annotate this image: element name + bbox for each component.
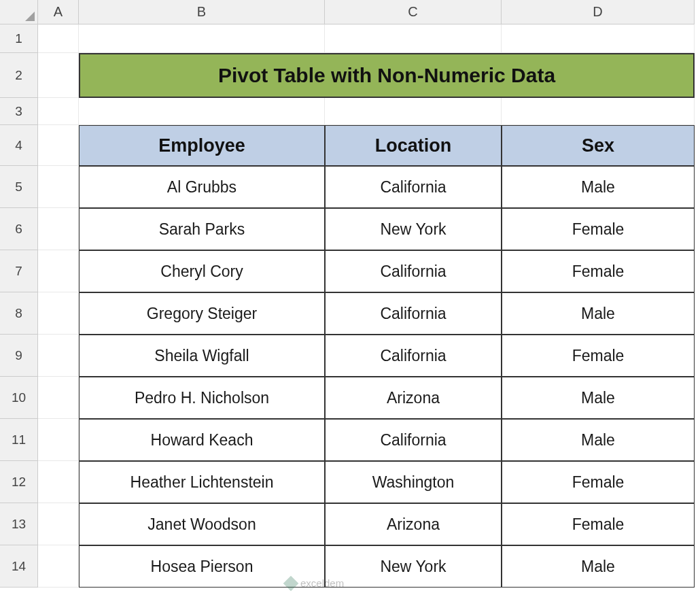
col-header-c[interactable]: C [325, 0, 502, 24]
data-cell-location[interactable]: California [325, 166, 502, 208]
row-header-6[interactable]: 6 [0, 208, 38, 250]
col-header-d[interactable]: D [502, 0, 695, 24]
row-header-2[interactable]: 2 [0, 53, 38, 98]
cell-blank[interactable] [38, 250, 79, 292]
data-cell-employee[interactable]: Sarah Parks [79, 208, 325, 250]
cell-blank[interactable] [79, 24, 325, 53]
data-cell-sex[interactable]: Female [502, 208, 695, 250]
cell-blank[interactable] [38, 419, 79, 461]
data-cell-employee[interactable]: Hosea Pierson [79, 545, 325, 588]
data-cell-location[interactable]: New York [325, 208, 502, 250]
row-header-10[interactable]: 10 [0, 377, 38, 419]
data-cell-location[interactable]: California [325, 250, 502, 292]
row-header-12[interactable]: 12 [0, 461, 38, 503]
data-cell-sex[interactable]: Female [502, 250, 695, 292]
data-cell-location[interactable]: California [325, 419, 502, 461]
cell-blank[interactable] [38, 377, 79, 419]
cell-blank[interactable] [38, 461, 79, 503]
data-cell-sex[interactable]: Female [502, 461, 695, 503]
data-cell-employee[interactable]: Howard Keach [79, 419, 325, 461]
cell-blank[interactable] [38, 335, 79, 377]
data-cell-sex[interactable]: Female [502, 335, 695, 377]
col-header-b[interactable]: B [79, 0, 325, 24]
data-cell-sex[interactable]: Male [502, 419, 695, 461]
data-cell-sex[interactable]: Male [502, 166, 695, 208]
row-header-3[interactable]: 3 [0, 98, 38, 125]
data-cell-location[interactable]: California [325, 292, 502, 335]
select-all-corner[interactable] [0, 0, 38, 24]
cell-blank[interactable] [38, 503, 79, 545]
cell-blank[interactable] [79, 98, 325, 125]
title-cell[interactable]: Pivot Table with Non-Numeric Data [79, 53, 695, 98]
row-header-14[interactable]: 14 [0, 545, 38, 588]
data-cell-sex[interactable]: Female [502, 503, 695, 545]
data-cell-sex[interactable]: Male [502, 545, 695, 588]
cell-blank[interactable] [502, 24, 695, 53]
data-cell-employee[interactable]: Pedro H. Nicholson [79, 377, 325, 419]
row-header-5[interactable]: 5 [0, 166, 38, 208]
data-cell-employee[interactable]: Sheila Wigfall [79, 335, 325, 377]
table-header-sex[interactable]: Sex [502, 125, 695, 166]
table-header-employee[interactable]: Employee [79, 125, 325, 166]
cell-blank[interactable] [502, 98, 695, 125]
row-header-9[interactable]: 9 [0, 335, 38, 377]
row-header-7[interactable]: 7 [0, 250, 38, 292]
cell-blank[interactable] [38, 208, 79, 250]
data-cell-employee[interactable]: Janet Woodson [79, 503, 325, 545]
row-header-1[interactable]: 1 [0, 24, 38, 53]
cell-blank[interactable] [38, 166, 79, 208]
data-cell-employee[interactable]: Gregory Steiger [79, 292, 325, 335]
data-cell-sex[interactable]: Male [502, 292, 695, 335]
cell-blank[interactable] [325, 98, 502, 125]
cell-blank[interactable] [38, 125, 79, 166]
data-cell-location[interactable]: New York [325, 545, 502, 588]
table-header-location[interactable]: Location [325, 125, 502, 166]
row-header-11[interactable]: 11 [0, 419, 38, 461]
cell-blank[interactable] [38, 545, 79, 588]
data-cell-employee[interactable]: Heather Lichtenstein [79, 461, 325, 503]
data-cell-location[interactable]: Arizona [325, 503, 502, 545]
data-cell-location[interactable]: Arizona [325, 377, 502, 419]
cell-blank[interactable] [325, 24, 502, 53]
cell-blank[interactable] [38, 53, 79, 98]
row-header-8[interactable]: 8 [0, 292, 38, 335]
data-cell-sex[interactable]: Male [502, 377, 695, 419]
data-cell-employee[interactable]: Cheryl Cory [79, 250, 325, 292]
cell-blank[interactable] [38, 98, 79, 125]
row-header-13[interactable]: 13 [0, 503, 38, 545]
row-header-4[interactable]: 4 [0, 125, 38, 166]
cell-blank[interactable] [38, 24, 79, 53]
data-cell-location[interactable]: California [325, 335, 502, 377]
data-cell-location[interactable]: Washington [325, 461, 502, 503]
col-header-a[interactable]: A [38, 0, 79, 24]
cell-blank[interactable] [38, 292, 79, 335]
data-cell-employee[interactable]: Al Grubbs [79, 166, 325, 208]
